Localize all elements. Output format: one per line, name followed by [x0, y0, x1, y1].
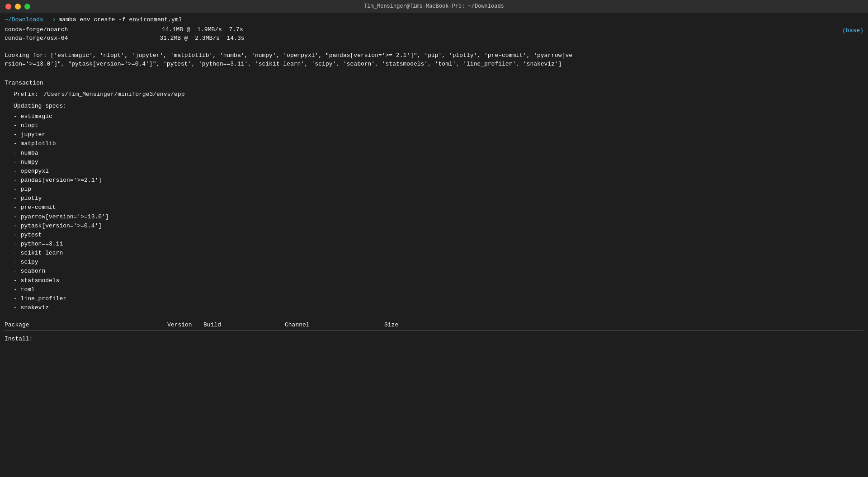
- blank-line-1: [5, 43, 863, 51]
- prompt-line: ~/Downloads › mamba env create -f enviro…: [5, 15, 863, 24]
- spec-item-13: - pytask[version='>=0.4']: [5, 222, 863, 231]
- updating-specs: Updating specs:: [5, 102, 863, 111]
- spec-item-9: - pip: [5, 185, 863, 194]
- terminal-content[interactable]: (base) ~/Downloads › mamba env create -f…: [0, 13, 868, 477]
- download-size-1: 14.1MB @ 1.9MB/s 7.7s: [162, 26, 243, 33]
- current-path: ~/Downloads: [5, 15, 43, 24]
- maximize-button[interactable]: [24, 4, 30, 9]
- table-header: Package Version Build Channel Size: [5, 321, 863, 331]
- spec-item-21: - line_profiler: [5, 294, 863, 303]
- transaction-header: Transaction: [5, 79, 863, 88]
- spec-item-18: - seaborn: [5, 267, 863, 276]
- package-name-1: conda-forge/noarch: [5, 26, 68, 33]
- spec-list: - estimagic - nlopt - jupyter - matplotl…: [5, 112, 863, 312]
- terminal-window: Tim_Mensinger@Tims-MacBook-Pro: ~/Downlo…: [0, 0, 868, 477]
- title-bar: Tim_Mensinger@Tims-MacBook-Pro: ~/Downlo…: [0, 0, 868, 13]
- col-header-version: Version: [167, 321, 203, 330]
- prefix-line: Prefix: /Users/Tim_Mensinger/miniforge3/…: [5, 90, 863, 99]
- minimize-button[interactable]: [15, 4, 21, 9]
- prompt-gt: ›: [52, 15, 56, 24]
- traffic-lights: [5, 4, 30, 9]
- close-button[interactable]: [5, 4, 11, 9]
- spec-item-14: - pytest: [5, 231, 863, 240]
- spec-item-19: - statsmodels: [5, 276, 863, 285]
- col-header-channel: Channel: [285, 321, 384, 330]
- spec-item-1: - estimagic: [5, 112, 863, 121]
- blank-line-6: [5, 312, 863, 316]
- col-header-build: Build: [203, 321, 285, 330]
- spec-item-20: - toml: [5, 285, 863, 294]
- spec-item-2: - nlopt: [5, 121, 863, 130]
- download-line-2: conda-forge/osx-64 31.2MB @ 2.3MB/s 14.3…: [5, 34, 863, 43]
- spec-item-17: - scipy: [5, 258, 863, 267]
- spec-item-7: - openpyxl: [5, 167, 863, 176]
- install-label: Install:: [5, 335, 33, 342]
- download-size-2: 31.2MB @ 2.3MB/s 14.3s: [160, 35, 244, 42]
- looking-for-line1: Looking for: ['estimagic', 'nlopt', 'jup…: [5, 51, 863, 60]
- spec-item-8: - pandas[version='>=2.1']: [5, 176, 863, 185]
- col-header-package: Package: [5, 321, 167, 330]
- base-label: (base): [842, 26, 863, 35]
- spec-item-22: - snakeviz: [5, 303, 863, 312]
- spec-item-10: - plotly: [5, 194, 863, 203]
- install-line: Install:: [5, 335, 863, 344]
- spec-item-6: - numpy: [5, 158, 863, 167]
- spec-item-12: - pyarrow[version='>=13.0']: [5, 213, 863, 222]
- spec-item-5: - numba: [5, 149, 863, 158]
- package-name-2: conda-forge/osx-64: [5, 35, 68, 42]
- spec-item-11: - pre-commit: [5, 203, 863, 212]
- window-title: Tim_Mensinger@Tims-MacBook-Pro: ~/Downlo…: [364, 3, 504, 9]
- download-line-1: conda-forge/noarch 14.1MB @ 1.9MB/s 7.7s: [5, 25, 863, 34]
- col-header-size: Size: [384, 321, 439, 330]
- command-text: mamba env create -f environment.yml: [58, 15, 182, 24]
- looking-for-line2: rsion='>=13.0']", "pytask[version='>=0.4…: [5, 60, 863, 69]
- spec-item-4: - matplotlib: [5, 139, 863, 148]
- prefix-label: Prefix:: [14, 91, 38, 98]
- prefix-value: /Users/Tim_Mensinger/miniforge3/envs/epp: [43, 91, 184, 98]
- spec-item-15: - python==3.11: [5, 240, 863, 249]
- prompt-arrow: [46, 15, 50, 24]
- blank-line-2: [5, 69, 863, 77]
- spec-item-3: - jupyter: [5, 130, 863, 139]
- spec-item-16: - scikit-learn: [5, 249, 863, 258]
